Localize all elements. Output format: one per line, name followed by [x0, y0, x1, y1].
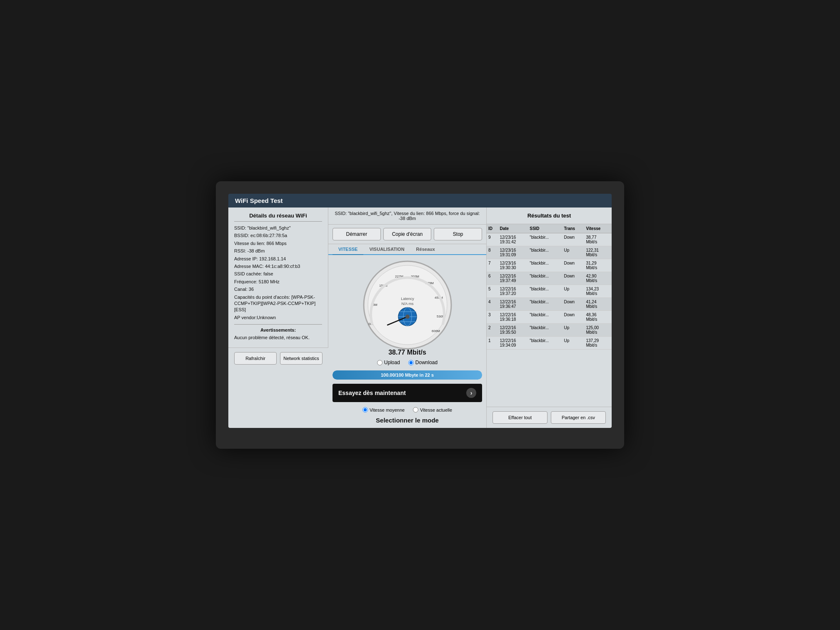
stop-button[interactable]: Stop [434, 228, 482, 240]
upload-radio-label[interactable]: Upload [377, 360, 400, 365]
cell-speed: 122,31 Mbit/s [584, 246, 612, 259]
avg-speed-text: Vitesse moyenne [370, 408, 405, 412]
cell-ssid: "blackbir... [528, 311, 562, 324]
cell-ssid: "blackbir... [528, 337, 562, 350]
cell-id: 4 [487, 298, 498, 311]
cell-speed: 31,29 Mbit/s [584, 259, 612, 272]
progress-bar: 100.00/100 Mbyte in 22 s [332, 370, 482, 380]
progress-text: 100.00/100 Mbyte in 22 s [381, 372, 434, 378]
clear-button[interactable]: Effacer tout [492, 411, 548, 424]
try-now-text: Essayez dès maintenant [338, 390, 406, 396]
cell-date: 12/23/16 19:31:09 [498, 246, 528, 259]
download-label: Download [415, 360, 438, 365]
cell-ssid: "blackbir... [528, 324, 562, 337]
table-header-row: ID Date SSID Trans Vitesse [487, 224, 612, 233]
detail-item: Vitesse du lien: 866 Mbps [234, 240, 322, 247]
current-speed-radio[interactable] [413, 407, 418, 412]
cell-date: 12/22/16 19:36:47 [498, 298, 528, 311]
results-body: 912/23/16 19:31:42"blackbir...Down38,77 … [487, 233, 612, 350]
table-row: 412/22/16 19:36:47"blackbir...Down41,24 … [487, 298, 612, 311]
cell-id: 7 [487, 259, 498, 272]
network-stats-button[interactable]: Network statistics [280, 352, 322, 365]
right-panel: Résultats du test ID Date SSID Trans Vit… [487, 208, 612, 350]
select-mode-text: Selectionner le mode [376, 417, 439, 424]
cell-date: 12/23/16 19:31:42 [498, 233, 528, 246]
main-content: Détails du réseau WiFi SSID: "blackbird_… [228, 208, 612, 428]
avg-speed-label[interactable]: Vitesse moyenne [362, 407, 405, 412]
start-button[interactable]: Démarrer [332, 228, 381, 240]
col-vitesse: Vitesse [584, 224, 612, 233]
network-details: SSID: "blackbird_wifi_5ghz"BSSID: ec:08:… [234, 225, 322, 321]
cell-speed: 38,77 Mbit/s [584, 233, 612, 246]
current-speed-label[interactable]: Vitesse actuelle [413, 407, 452, 412]
left-buttons: Rafraîchir Network statistics [228, 348, 328, 369]
cell-date: 12/22/16 19:36:18 [498, 311, 528, 324]
speedometer-svg: 0M 76M 152M 227M 303M 379M 455M 530M 606… [362, 259, 453, 351]
center-panel-wrapper: SSID: "blackbird_wifi_5ghz", Vitesse du … [328, 208, 487, 428]
col-ssid: SSID [528, 224, 562, 233]
speedometer: 0M 76M 152M 227M 303M 379M 455M 530M 606… [362, 259, 453, 351]
cell-speed: 48,36 Mbit/s [584, 311, 612, 324]
svg-point-19 [405, 315, 410, 319]
cell-date: 12/22/16 19:37:20 [498, 285, 528, 298]
detail-item: Capacités du point d'accès: [WPA-PSK-CCM… [234, 294, 322, 313]
progress-bar-container: 100.00/100 Mbyte in 22 s [332, 370, 482, 380]
download-radio-label[interactable]: Download [408, 360, 438, 365]
cell-id: 5 [487, 285, 498, 298]
detail-item: SSID cachée: false [234, 271, 322, 277]
results-table: ID Date SSID Trans Vitesse 912/23/16 19:… [487, 224, 612, 350]
detail-item: Canal: 36 [234, 286, 322, 292]
detail-item: SSID: "blackbird_wifi_5ghz" [234, 225, 322, 231]
cell-trans: Up [562, 324, 584, 337]
cell-id: 1 [487, 337, 498, 350]
export-button[interactable]: Partager en .csv [551, 411, 606, 424]
svg-text:N/A ms: N/A ms [401, 302, 414, 306]
detail-item: BSSID: ec:08:6b:27:78:5a [234, 232, 322, 239]
cell-id: 8 [487, 246, 498, 259]
cell-id: 6 [487, 272, 498, 285]
detail-item: Adresse IP: 192.168.1.14 [234, 256, 322, 262]
cell-speed: 137,29 Mbit/s [584, 337, 612, 350]
table-row: 612/22/16 19:37:49"blackbir...Down42,90 … [487, 272, 612, 285]
cell-date: 12/22/16 19:34:09 [498, 337, 528, 350]
tab-visualisation[interactable]: VISUALISATION [363, 244, 410, 254]
cell-id: 2 [487, 324, 498, 337]
tab-reseaux[interactable]: Réseaux [410, 244, 441, 254]
cell-trans: Down [562, 298, 584, 311]
screenshot-button[interactable]: Copie d'écran [383, 228, 432, 240]
try-now-arrow: › [466, 388, 476, 398]
table-row: 312/22/16 19:36:18"blackbir...Down48,36 … [487, 311, 612, 324]
cell-ssid: "blackbir... [528, 246, 562, 259]
left-panel-wrapper: Détails du réseau WiFi SSID: "blackbird_… [228, 208, 328, 428]
current-speed-text: Vitesse actuelle [420, 408, 452, 412]
cell-trans: Down [562, 259, 584, 272]
right-panel-wrapper: Résultats du test ID Date SSID Trans Vit… [487, 208, 612, 428]
cell-ssid: "blackbir... [528, 259, 562, 272]
download-radio[interactable] [408, 360, 414, 365]
col-trans: Trans [562, 224, 584, 233]
cell-trans: Down [562, 233, 584, 246]
detail-item: Adresse MAC: 44:1c:a8:90:cf:b3 [234, 263, 322, 270]
cell-date: 12/22/16 19:35:50 [498, 324, 528, 337]
speedometer-area: 0M 76M 152M 227M 303M 379M 455M 530M 606… [328, 255, 486, 428]
tab-vitesse[interactable]: VITESSE [332, 244, 363, 255]
table-row: 912/23/16 19:31:42"blackbir...Down38,77 … [487, 233, 612, 246]
cell-speed: 42,90 Mbit/s [584, 272, 612, 285]
left-panel-title: Détails du réseau WiFi [234, 212, 322, 222]
avg-speed-radio[interactable] [362, 407, 368, 412]
cell-speed: 41,24 Mbit/s [584, 298, 612, 311]
center-tabs: VITESSE VISUALISATION Réseaux [328, 244, 486, 255]
center-action-buttons: Démarrer Copie d'écran Stop [328, 225, 486, 244]
cell-speed: 134,23 Mbit/s [584, 285, 612, 298]
refresh-button[interactable]: Rafraîchir [234, 352, 277, 365]
try-now-banner[interactable]: Essayez dès maintenant › [332, 384, 482, 402]
cell-trans: Up [562, 337, 584, 350]
upload-radio[interactable] [377, 360, 382, 365]
cell-ssid: "blackbir... [528, 298, 562, 311]
cell-id: 9 [487, 233, 498, 246]
detail-item: AP vendor:Unknown [234, 315, 322, 321]
detail-item: Fréquence: 5180 MHz [234, 279, 322, 285]
table-row: 112/22/16 19:34:09"blackbir...Up137,29 M… [487, 337, 612, 350]
table-row: 212/22/16 19:35:50"blackbir...Up125,00 M… [487, 324, 612, 337]
title-bar: WiFi Speed Test [228, 194, 612, 208]
